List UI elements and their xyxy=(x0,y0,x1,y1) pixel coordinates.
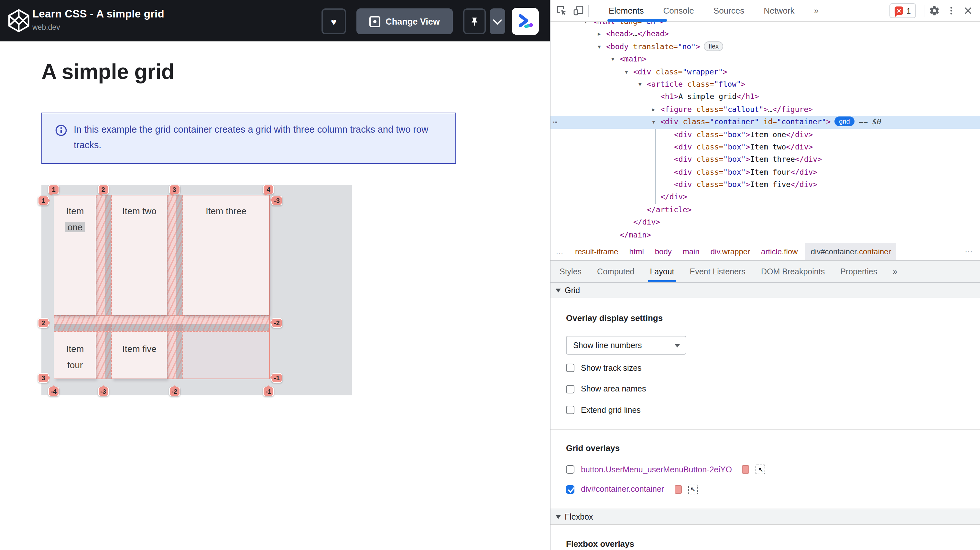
overlay-color-swatch[interactable] xyxy=(742,465,749,473)
dom-tree-row[interactable]: <div class="box">Item two</div> xyxy=(550,141,980,154)
grid-badge[interactable]: grid xyxy=(834,116,854,126)
expand-arrow-icon[interactable]: ▼ xyxy=(611,53,620,66)
embed-subtitle[interactable]: web.dev xyxy=(32,23,60,31)
breadcrumb-item[interactable]: body xyxy=(655,247,672,256)
chevron-down-icon xyxy=(556,515,561,519)
grid-column-gap xyxy=(167,195,183,378)
tab-computed[interactable]: Computed xyxy=(589,261,642,282)
grid-item-item-two: Item two xyxy=(112,195,167,315)
dom-tree-row[interactable]: <div class="box">Item three</div> xyxy=(550,154,980,166)
dom-tree-row[interactable]: </main> xyxy=(550,229,980,241)
favorite-button[interactable]: ♥ xyxy=(321,8,346,34)
breadcrumb-item[interactable]: html xyxy=(629,247,644,256)
dom-tree-row[interactable]: <div class="box">Item four</div> xyxy=(550,166,980,179)
breadcrumb-item[interactable]: div#container.container xyxy=(806,243,896,260)
breadcrumb-item[interactable]: div.wrapper xyxy=(711,247,750,256)
dom-tree-row[interactable]: <div class="box">Item one</div> xyxy=(550,128,980,141)
grid-section-header[interactable]: Grid xyxy=(550,283,980,298)
checkbox-show-track-sizes[interactable]: Show track sizes xyxy=(566,363,642,373)
codepen-logo-icon[interactable] xyxy=(6,8,31,33)
checkbox-show-area-names[interactable]: Show area names xyxy=(566,384,646,394)
device-toolbar-icon[interactable] xyxy=(570,2,587,19)
expand-arrow-icon[interactable]: ▶ xyxy=(598,28,606,41)
tab-elements[interactable]: Elements xyxy=(599,6,653,16)
flexbox-overlays-heading: Flexbox overlays xyxy=(566,539,634,549)
flexbox-section-header[interactable]: Flexbox xyxy=(550,509,980,525)
tab-sources[interactable]: Sources xyxy=(704,6,754,16)
grid-item-item-five: Item five xyxy=(112,332,167,378)
grid-item-item-three: Item three xyxy=(183,195,269,315)
overlay-settings-heading: Overlay display settings xyxy=(566,313,663,323)
node-more-actions[interactable]: ⋯ xyxy=(553,116,558,128)
tab-styles[interactable]: Styles xyxy=(552,261,589,282)
pin-button[interactable] xyxy=(463,8,486,34)
checkbox-extend-grid-lines[interactable]: Extend grid lines xyxy=(566,405,641,415)
dom-tree-row[interactable]: ▼<body translate="no">flex xyxy=(550,41,980,53)
expand-arrow-icon[interactable]: ▼ xyxy=(625,66,633,78)
dom-tree-row[interactable]: ▼<div class="wrapper"> xyxy=(550,66,980,78)
tab-[interactable]: » xyxy=(885,261,905,282)
more-options-button[interactable] xyxy=(490,8,505,34)
tab-eventlisteners[interactable]: Event Listeners xyxy=(682,261,753,282)
arrow-logo-icon xyxy=(517,13,534,30)
expand-arrow-icon[interactable]: ▼ xyxy=(638,78,647,91)
info-icon xyxy=(55,124,67,137)
checkbox[interactable] xyxy=(566,385,574,393)
dom-tree-row[interactable]: ▼<main> xyxy=(550,53,980,66)
dom-tree-row[interactable]: <div class="box">Item five</div> xyxy=(550,179,980,191)
breadcrumb-item[interactable]: article.flow xyxy=(761,247,798,256)
breadcrumb-item[interactable]: main xyxy=(683,247,700,256)
breadcrumb-more-left[interactable]: … xyxy=(556,247,564,256)
page-title: A simple grid xyxy=(41,59,174,84)
tab-dombreakpoints[interactable]: DOM Breakpoints xyxy=(753,261,832,282)
partner-logo-button[interactable] xyxy=(512,8,539,35)
tab-[interactable]: » xyxy=(804,6,828,16)
overlay-selector-label[interactable]: div#container.container xyxy=(581,485,664,494)
heart-icon: ♥ xyxy=(331,16,337,26)
overlay-selector-label[interactable]: button.UserMenu_userMenuButton-2eiYO xyxy=(581,465,732,474)
embed-title: Learn CSS - A simple grid xyxy=(32,8,164,20)
grid-line-badge: -1 xyxy=(263,387,274,396)
pick-element-icon[interactable]: ↖ xyxy=(688,484,698,494)
dom-tree-row[interactable]: ▶<head>…</head> xyxy=(550,28,980,41)
overlay-row[interactable]: button.UserMenu_userMenuButton-2eiYO↖ xyxy=(566,465,765,474)
selected-node-reference: == $0 xyxy=(854,117,881,126)
overlay-color-swatch[interactable] xyxy=(675,485,681,493)
close-icon[interactable] xyxy=(959,2,976,19)
dom-tree-row[interactable]: ⋯▼<div class="container" id="container">… xyxy=(550,116,980,128)
checkbox[interactable] xyxy=(566,406,574,414)
expand-arrow-icon[interactable]: ▶ xyxy=(652,103,660,116)
dom-tree-row[interactable]: </div> xyxy=(550,217,980,229)
tab-properties[interactable]: Properties xyxy=(832,261,885,282)
dom-tree-row[interactable]: </article> xyxy=(550,204,980,217)
grid-line-badge: -2 xyxy=(271,318,282,328)
tab-console[interactable]: Console xyxy=(653,6,703,16)
error-count-badge[interactable]: ✕ 1 xyxy=(890,3,916,18)
tab-network[interactable]: Network xyxy=(754,6,804,16)
inspect-icon[interactable] xyxy=(553,2,570,19)
dom-tree-row[interactable]: <h1>A simple grid</h1> xyxy=(550,91,980,104)
overlay-checkbox[interactable] xyxy=(566,485,574,493)
flex-badge[interactable]: flex xyxy=(704,41,723,51)
grid-section-label: Grid xyxy=(565,286,580,295)
overlay-checkbox[interactable] xyxy=(566,465,574,473)
dom-tree-row[interactable]: </div> xyxy=(550,191,980,204)
line-numbers-select[interactable]: Show line numbers xyxy=(566,336,686,355)
expand-arrow-icon[interactable]: ▼ xyxy=(652,116,660,128)
grid-line-badge: -2 xyxy=(169,387,180,396)
overlay-row[interactable]: div#container.container↖ xyxy=(566,484,698,494)
dom-tree: ▼<html lang="en">▶<head>…</head>▼<body t… xyxy=(550,16,980,241)
grid-line-badge: -3 xyxy=(271,196,282,206)
kebab-menu-icon[interactable] xyxy=(942,2,959,19)
breadcrumb-more-right[interactable]: ⋯ xyxy=(965,247,974,256)
dom-tree-row[interactable]: ▼<article class="flow"> xyxy=(550,78,980,91)
tab-layout[interactable]: Layout xyxy=(642,261,682,282)
dom-tree-row[interactable]: ▶<figure class="callout">…</figure> xyxy=(550,103,980,116)
checkbox[interactable] xyxy=(566,363,574,372)
gear-icon[interactable] xyxy=(926,2,942,19)
change-view-button[interactable]: Change View xyxy=(356,8,453,34)
expand-arrow-icon[interactable]: ▼ xyxy=(598,41,606,53)
breadcrumb-item[interactable]: result-iframe xyxy=(575,247,618,256)
pick-element-icon[interactable]: ↖ xyxy=(756,465,765,474)
chevron-down-icon xyxy=(675,344,680,348)
